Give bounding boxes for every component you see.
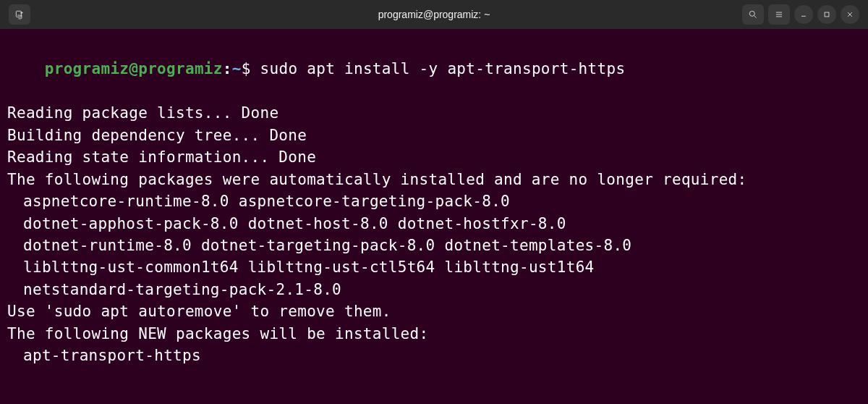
window-titlebar: programiz@programiz: ~ (0, 0, 868, 29)
output-line: The following NEW packages will be insta… (7, 323, 861, 345)
package-line: dotnet-apphost-pack-8.0 dotnet-host-8.0 … (7, 213, 861, 235)
window-title: programiz@programiz: ~ (378, 9, 490, 20)
package-line: dotnet-runtime-8.0 dotnet-targeting-pack… (7, 235, 861, 256)
svg-rect-0 (16, 11, 21, 17)
prompt-dollar: $ (242, 60, 251, 77)
output-line: Use 'sudo apt autoremove' to remove them… (7, 300, 861, 322)
output-line: Reading package lists... Done (7, 102, 861, 124)
prompt-at: @ (129, 60, 138, 77)
package-line: netstandard-targeting-pack-2.1-8.0 (7, 279, 861, 300)
maximize-icon (822, 9, 832, 20)
minimize-icon (799, 9, 809, 20)
package-line: aspnetcore-runtime-8.0 aspnetcore-target… (7, 190, 861, 212)
new-package-line: apt-transport-https (7, 345, 861, 366)
terminal-body[interactable]: programiz@programiz:~$ sudo apt install … (0, 29, 868, 374)
hamburger-icon (774, 9, 784, 20)
maximize-button[interactable] (817, 5, 836, 24)
new-tab-icon (14, 9, 25, 20)
minimize-button[interactable] (794, 5, 813, 24)
close-button[interactable] (841, 5, 859, 24)
output-line: Reading state information... Done (7, 146, 861, 168)
prompt-host: programiz (138, 60, 223, 77)
prompt-colon: : (223, 60, 232, 77)
search-button[interactable] (742, 4, 764, 25)
search-icon (748, 9, 758, 20)
titlebar-left (9, 4, 30, 25)
titlebar-right (742, 4, 859, 25)
menu-button[interactable] (768, 4, 790, 25)
prompt-path: ~ (232, 60, 242, 77)
new-tab-button[interactable] (9, 4, 30, 25)
prompt-user: programiz (45, 60, 129, 77)
output-line: The following packages were automaticall… (7, 169, 861, 190)
close-icon (845, 9, 855, 20)
prompt-line: programiz@programiz:~$ sudo apt install … (7, 36, 861, 102)
svg-line-4 (754, 16, 757, 18)
command-text: sudo apt install -y apt-transport-https (260, 60, 626, 77)
output-line: Building dependency tree... Done (7, 125, 861, 146)
svg-point-3 (749, 11, 754, 16)
package-line: liblttng-ust-common1t64 liblttng-ust-ctl… (7, 256, 861, 278)
svg-rect-9 (825, 12, 829, 17)
